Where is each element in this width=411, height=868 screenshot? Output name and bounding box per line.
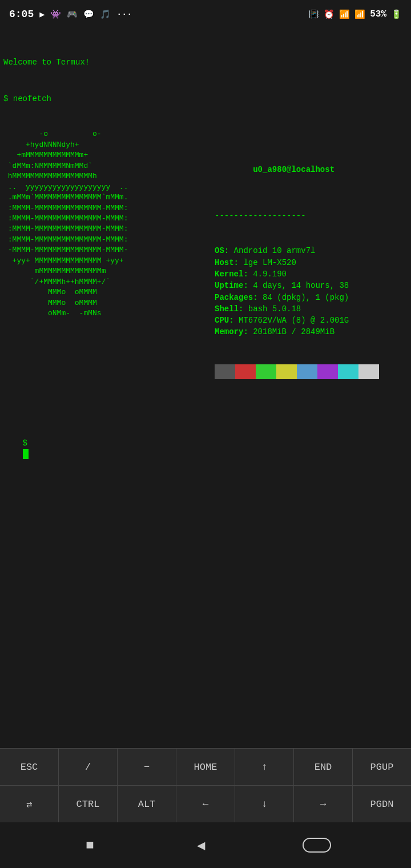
sysinfo-value: 4.9.190 <box>248 270 287 279</box>
battery-label: 53% <box>370 9 386 19</box>
sysinfo-item: OS: Android 10 armv7l <box>215 245 408 256</box>
toolbar-row-1: ESC/−HOME↑ENDPGUP <box>0 748 411 785</box>
play-icon: ▶ <box>39 9 45 20</box>
separator-line: ------------------- <box>215 210 408 222</box>
color-swatch <box>317 364 338 379</box>
color-swatch <box>215 364 235 379</box>
discord-icon: 👾 <box>50 9 61 20</box>
color-swatches <box>215 364 408 379</box>
toolbar-btn-dash[interactable]: − <box>118 749 176 785</box>
welcome-text: Welcome to Termux! <box>3 57 408 68</box>
prompt-cursor: $ <box>3 426 408 472</box>
nav-back[interactable]: ◀ <box>191 831 211 859</box>
toolbar-btn-right[interactable]: → <box>294 786 353 822</box>
sysinfo-item: CPU: MT6762V/WA (8) @ 2.001G <box>215 315 408 326</box>
nav-bar: ■ ◀ <box>0 822 411 868</box>
terminal-area[interactable]: Welcome to Termux! $ neofetch -o o- +hyd… <box>0 29 411 748</box>
toolbar-btn-slash[interactable]: / <box>59 749 118 785</box>
status-right: 📳 ⏰ 📶 📶 53% 🔋 <box>308 9 402 20</box>
toolbar-row-2: ⇄CTRLALT←↓→PGDN <box>0 785 411 822</box>
sysinfo-key: OS: <box>215 246 229 255</box>
vibrate-icon: 📳 <box>308 9 319 20</box>
sysinfo-item: Host: lge LM-X520 <box>215 257 408 268</box>
sysinfo-item: Memory: 2018MiB / 2849MiB <box>215 326 408 337</box>
sysinfo-key: Host: <box>215 258 239 267</box>
status-left: 6:05 ▶ 👾 🎮 💬 🎵 ··· <box>9 9 132 20</box>
color-swatch <box>256 364 276 379</box>
battery-icon: 🔋 <box>391 9 402 20</box>
ascii-art: -o o- +hydNNNNdyh+ +mMMMMMMMMMMMMm+ `dMM… <box>3 129 215 403</box>
sysinfo-item: Shell: bash 5.0.18 <box>215 303 408 315</box>
toolbar-btn-pgdn[interactable]: PGDN <box>353 786 411 822</box>
sysinfo-value: bash 5.0.18 <box>243 304 301 314</box>
more-icon: ··· <box>116 10 132 19</box>
sysinfo-value: Android 10 armv7l <box>229 246 315 255</box>
toolbar-btn-up[interactable]: ↑ <box>235 749 294 785</box>
status-bar: 6:05 ▶ 👾 🎮 💬 🎵 ··· 📳 ⏰ 📶 📶 53% 🔋 <box>0 0 411 29</box>
nav-home[interactable] <box>303 838 331 853</box>
username: u0_a980 <box>253 165 287 174</box>
user-host-line: u0_a980@localhost <box>215 152 408 187</box>
sysinfo-key: Memory: <box>215 327 248 336</box>
color-swatch <box>358 364 379 379</box>
cursor <box>23 449 29 459</box>
nav-square[interactable]: ■ <box>80 832 99 859</box>
alarm-icon: ⏰ <box>324 9 335 20</box>
sysinfo-value: MT6762V/WA (8) @ 2.001G <box>234 316 349 325</box>
neofetch-output: -o o- +hydNNNNdyh+ +mMMMMMMMMMMMMm+ `dMM… <box>3 129 408 403</box>
toolbar-btn-esc[interactable]: ESC <box>0 749 59 785</box>
hostname: localhost <box>291 165 335 174</box>
time-display: 6:05 <box>9 9 34 20</box>
sysinfo-value: 4 days, 14 hours, 38 <box>248 281 349 290</box>
sysinfo-key: Shell: <box>215 304 243 314</box>
toolbar-btn-down[interactable]: ↓ <box>235 786 294 822</box>
sysinfo-key: Kernel: <box>215 270 248 279</box>
app-icon-3: 💬 <box>83 9 94 20</box>
prompt-neofetch: $ neofetch <box>3 93 408 105</box>
toolbar-btn-home[interactable]: HOME <box>176 749 235 785</box>
toolbar: ESC/−HOME↑ENDPGUP ⇄CTRLALT←↓→PGDN <box>0 748 411 822</box>
sysinfo-item: Packages: 84 (dpkg), 1 (pkg) <box>215 292 408 303</box>
sysinfo-item: Uptime: 4 days, 14 hours, 38 <box>215 280 408 291</box>
sysinfo-value: 2018MiB / 2849MiB <box>248 327 335 336</box>
color-swatch <box>338 364 358 379</box>
sysinfo-value: 84 (dpkg), 1 (pkg) <box>258 293 349 302</box>
toolbar-btn-ctrl[interactable]: CTRL <box>59 786 118 822</box>
toolbar-btn-tab[interactable]: ⇄ <box>0 786 59 822</box>
sysinfo-key: Uptime: <box>215 281 248 290</box>
signal-icon: 📶 <box>354 9 365 20</box>
color-swatch <box>276 364 297 379</box>
app-icon-4: 🎵 <box>100 9 111 20</box>
color-swatch <box>235 364 256 379</box>
wifi-icon: 📶 <box>339 9 350 20</box>
color-swatch <box>297 364 317 379</box>
sysinfo-block: u0_a980@localhost ------------------- OS… <box>215 129 408 403</box>
app-icon-2: 🎮 <box>67 9 78 20</box>
toolbar-btn-end[interactable]: END <box>294 749 353 785</box>
toolbar-btn-alt[interactable]: ALT <box>118 786 176 822</box>
sysinfo-value: lge LM-X520 <box>239 258 296 267</box>
sysinfo-item: Kernel: 4.9.190 <box>215 268 408 280</box>
toolbar-btn-pgup[interactable]: PGUP <box>353 749 411 785</box>
toolbar-btn-left[interactable]: ← <box>176 786 235 822</box>
sysinfo-key: CPU: <box>215 316 234 325</box>
prompt-symbol: $ <box>23 439 27 448</box>
sysinfo-lines: OS: Android 10 armv7lHost: lge LM-X520Ke… <box>215 245 408 337</box>
sysinfo-key: Packages: <box>215 293 258 302</box>
